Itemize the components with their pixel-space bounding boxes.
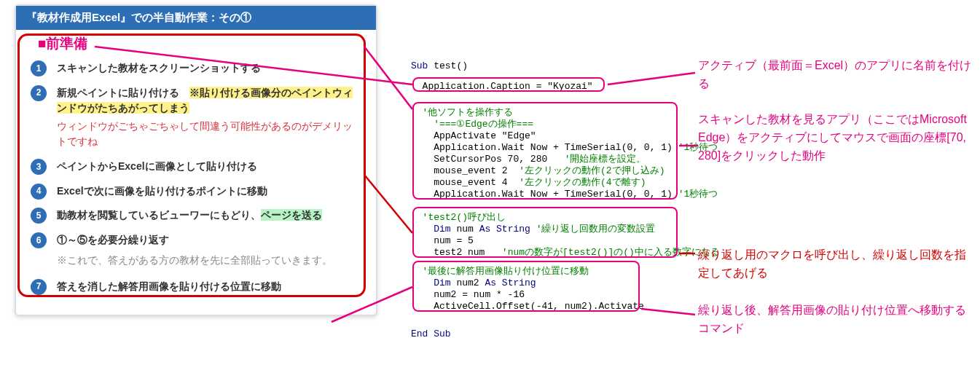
step-number: 1: [31, 60, 47, 76]
step-text: スキャンした教材をスクリーンショットする: [57, 62, 261, 74]
step-text: Excelで次に画像を貼り付けるポイントに移動: [57, 185, 267, 197]
annotation-2: スキャンした教材を見るアプリ（ここではMicrosoft Edge）をアクティブ…: [698, 111, 975, 165]
code-line: Dim num2 As String: [411, 277, 536, 290]
step-number: 7: [31, 279, 47, 295]
instruction-panel: 『教材作成用Excel』での半自動作業：その① ■前準備 1スキャンした教材をス…: [15, 4, 377, 316]
list-item: 2 新規ペイントに貼り付ける ※貼り付ける画像分のペイントウィンドウがたちあがっ…: [31, 81, 361, 154]
code-line: mouse_event 4 '左クリックの動作(4で離す): [411, 176, 646, 189]
code-line: Application.Wait Now + TimeSerial(0, 0, …: [411, 141, 718, 154]
code-line: SetCursorPos 70, 280 '開始座標を設定。: [411, 153, 646, 166]
code-line: ActiveCell.Offset(-41, num2).Activate: [411, 300, 644, 313]
list-item: 5動教材を閲覧しているビューワーにもどり、ページを送る: [31, 203, 361, 228]
code-line: num2 = num * -16: [411, 288, 525, 302]
step-text: ペイントからExcelに画像として貼り付ける: [57, 160, 257, 172]
step-text-a: 動教材を閲覧しているビューワーにもどり、: [57, 209, 261, 221]
step-text: ①～⑤を必要分繰り返す: [57, 234, 169, 245]
code-line: Application.Caption = "Kyozai": [411, 80, 593, 93]
step-note-gray: ※これで、答えがある方の教材を先に全部貼っていきます。: [57, 254, 376, 267]
step-number: 2: [31, 85, 47, 101]
code-line: num = 5: [411, 235, 474, 248]
code-line: Application.Wait Now + TimeSerial(0, 0, …: [411, 188, 718, 201]
code-line: mouse_event 2 '左クリックの動作(2で押し込み): [411, 165, 665, 178]
code-line: '他ソフトを操作する: [411, 106, 513, 119]
step-text-a: 新規ペイントに貼り付ける: [57, 87, 189, 98]
list-item: 7答えを消した解答用画像を貼り付ける位置に移動: [31, 275, 361, 299]
step-list: 1スキャンした教材をスクリーンショットする 2 新規ペイントに貼り付ける ※貼り…: [16, 53, 376, 253]
code-line: Sub test(): [411, 60, 468, 73]
list-item: 4Excelで次に画像を貼り付けるポイントに移動: [31, 179, 361, 204]
step-text-highlight: ページを送る: [261, 209, 322, 221]
code-line: '===①Edgeの操作===: [411, 118, 533, 131]
annotation-4: 繰り返し後、解答用画像の貼り付け位置へ移動するコマンド: [698, 302, 975, 338]
code-line: Dim num As String '繰り返し回数用の変数設置: [411, 223, 655, 236]
step-number: 5: [31, 208, 47, 224]
list-item: 6①～⑤を必要分繰り返す: [31, 228, 361, 250]
step-list-2: 7答えを消した解答用画像を貼り付ける位置に移動: [16, 267, 376, 302]
code-line: '最後に解答用画像貼り付け位置に移動: [411, 265, 589, 278]
step-number: 6: [31, 232, 47, 248]
step-number: 3: [31, 159, 47, 175]
section-title: ■前準備: [16, 30, 376, 53]
step-text: 答えを消した解答用画像を貼り付ける位置に移動: [57, 280, 281, 292]
list-item: 3ペイントからExcelに画像として貼り付ける: [31, 154, 361, 179]
code-line: End Sub: [411, 328, 451, 341]
code-line: AppActivate "Edge": [411, 130, 536, 143]
step-note-red: ウィンドウがごちゃごちゃして間違う可能性があるのがデメリットですね: [57, 119, 361, 150]
panel-header: 『教材作成用Excel』での半自動作業：その①: [16, 6, 376, 30]
code-line: test2 num 'numの数字が[test2()]の()中に入る数字になる: [411, 246, 720, 259]
vba-code-block: Sub test() Application.Caption = "Kyozai…: [411, 36, 697, 292]
list-item: 1スキャンした教材をスクリーンショットする: [31, 56, 361, 81]
code-line: 'test2()呼び出し: [411, 211, 506, 224]
annotation-3: 繰り返し用のマクロを呼び出し、繰り返し回数を指定してあげる: [698, 246, 975, 283]
step-number: 4: [31, 184, 47, 200]
annotation-1: アクティブ（最前面＝Excel）のアプリに名前を付ける: [698, 57, 975, 93]
svg-line-5: [641, 309, 695, 315]
